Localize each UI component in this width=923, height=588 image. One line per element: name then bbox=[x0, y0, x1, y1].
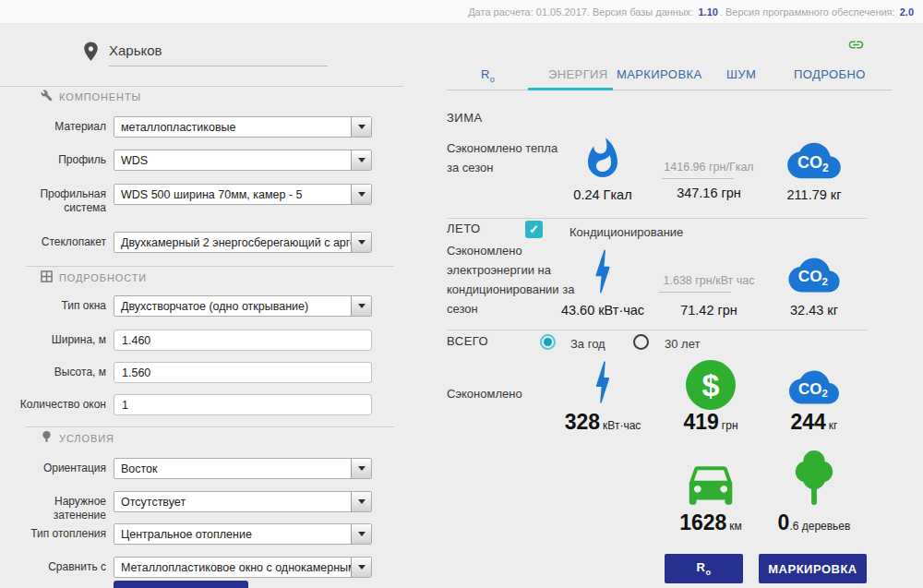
summer-co2-value: 32.43 кг bbox=[749, 303, 879, 318]
tab-marking[interactable]: МАРКИРОВКА bbox=[617, 67, 702, 81]
trees-number: 0 bbox=[778, 510, 790, 534]
dropdown-arrow-button[interactable] bbox=[351, 492, 371, 511]
air-conditioning-checkbox[interactable]: ✓ bbox=[525, 221, 543, 238]
tab-noise[interactable]: ШУМ bbox=[726, 67, 756, 81]
tab-r0-label: R bbox=[481, 67, 490, 81]
total-energy-unit: кВт·час bbox=[603, 419, 641, 432]
profile-label: Профиль bbox=[11, 150, 114, 167]
window-count-input[interactable] bbox=[114, 394, 372, 415]
summer-price-unit: грн/кВт час bbox=[695, 274, 754, 287]
window-type-dropdown[interactable]: Двухстворчатое (одно открывание) bbox=[114, 295, 372, 317]
chain-link-icon[interactable] bbox=[847, 36, 865, 57]
dropdown-arrow-button[interactable] bbox=[351, 150, 371, 170]
tab-detailed[interactable]: ПОДРОБНО bbox=[794, 67, 866, 81]
marking-button[interactable]: МАРКИРОВКА bbox=[759, 554, 867, 583]
tab-energy[interactable]: ЭНЕРГИЯ bbox=[548, 67, 608, 81]
trees-value: 0.6 деревьев bbox=[749, 510, 879, 535]
calculate-button-partial[interactable] bbox=[114, 581, 248, 588]
glazing-dropdown[interactable]: Двухкамерный 2 энергосберегающий с аргон… bbox=[114, 232, 372, 253]
profile-dropdown[interactable]: WDS bbox=[114, 150, 372, 171]
shading-label: Наружное затенение bbox=[11, 491, 114, 522]
r0-button[interactable]: Ro bbox=[665, 554, 743, 583]
material-dropdown[interactable]: металлопластиковые bbox=[114, 116, 372, 138]
tabs-underline bbox=[447, 90, 892, 90]
lightning-icon bbox=[538, 243, 667, 300]
caret-down-icon bbox=[358, 240, 366, 245]
profile-system-label: Профильная система bbox=[11, 184, 114, 215]
location-pin-icon bbox=[79, 37, 102, 70]
field-heating: Тип отопления Центральное отопление bbox=[11, 523, 372, 545]
co2-cloud-icon: CO2 bbox=[749, 254, 879, 296]
dropdown-arrow-button[interactable] bbox=[351, 117, 371, 137]
field-orientation: Ориентация Восток bbox=[11, 458, 372, 479]
section-title: КОМПОНЕНТЫ bbox=[59, 91, 141, 102]
topbar: Дата расчета: 01.05.2017. Версия базы да… bbox=[0, 0, 923, 24]
caret-down-icon bbox=[358, 158, 366, 162]
field-shading: Наружное затенение Отсутствует bbox=[11, 491, 372, 522]
height-input[interactable] bbox=[114, 362, 372, 383]
field-window-count: Количество окон bbox=[11, 394, 372, 415]
shading-dropdown[interactable]: Отсутствует bbox=[114, 491, 372, 512]
divider bbox=[26, 266, 394, 267]
divider bbox=[0, 86, 403, 87]
dropdown-arrow-button[interactable] bbox=[351, 459, 371, 478]
field-width: Ширина, м bbox=[11, 330, 372, 351]
compare-dropdown[interactable]: Металлопластиковое окно с однокамерным с… bbox=[114, 557, 372, 578]
field-material: Материал металлопластиковые bbox=[11, 116, 372, 138]
dropdown-arrow-button[interactable] bbox=[351, 185, 371, 204]
car-distance-unit: км bbox=[729, 520, 742, 533]
caret-down-icon bbox=[358, 532, 366, 536]
r0-button-label: R bbox=[697, 560, 706, 574]
air-conditioning-label: Кондиционирование bbox=[569, 222, 683, 242]
tab-r0-subscript: o bbox=[490, 75, 495, 84]
tab-r0[interactable]: Ro bbox=[481, 67, 495, 84]
divider bbox=[447, 330, 868, 330]
dropdown-arrow-button[interactable] bbox=[351, 296, 371, 316]
field-height: Высота, м bbox=[11, 362, 372, 383]
radio-per-year[interactable] bbox=[540, 334, 556, 350]
section-components: КОМПОНЕНТЫ bbox=[41, 89, 141, 105]
co2-cloud-icon: CO2 bbox=[749, 366, 879, 408]
flame-icon bbox=[538, 132, 667, 184]
dropdown-arrow-button[interactable] bbox=[351, 233, 371, 252]
trees-unit: .6 деревьев bbox=[789, 520, 850, 533]
tree-icon bbox=[749, 440, 879, 511]
total-saved-label: Сэкономлено bbox=[447, 384, 522, 403]
co2-cloud-icon: CO2 bbox=[749, 138, 879, 183]
orientation-dropdown[interactable]: Восток bbox=[114, 458, 372, 479]
profile-system-value: WDS 500 ширина 70мм, камер - 5 bbox=[114, 185, 351, 204]
heating-value: Центральное отопление bbox=[114, 524, 351, 544]
caret-down-icon bbox=[358, 125, 366, 129]
width-label: Ширина, м bbox=[11, 330, 114, 347]
window-type-label: Тип окна bbox=[11, 295, 114, 313]
price-underline bbox=[662, 178, 734, 179]
heating-label: Тип отопления bbox=[11, 523, 114, 541]
divider bbox=[447, 218, 868, 219]
dollar-icon: $ bbox=[686, 360, 736, 410]
r0-button-subscript: o bbox=[705, 568, 711, 577]
total-money-number: 419 bbox=[683, 410, 718, 434]
caret-down-icon bbox=[358, 565, 366, 570]
caret-down-icon bbox=[358, 499, 366, 504]
caret-down-icon bbox=[358, 192, 366, 197]
field-window-type: Тип окна Двухстворчатое (одно открывание… bbox=[11, 295, 372, 317]
window-type-value: Двухстворчатое (одно открывание) bbox=[114, 296, 351, 316]
shading-value: Отсутствует bbox=[114, 492, 351, 511]
width-input[interactable] bbox=[114, 330, 372, 351]
total-title: ВСЕГО bbox=[447, 334, 488, 348]
software-version-label: . Версия программного обеспечения: bbox=[720, 6, 898, 18]
winter-title: ЗИМА bbox=[447, 111, 483, 125]
car-distance-number: 1628 bbox=[679, 510, 726, 534]
radio-30-years[interactable] bbox=[633, 334, 649, 350]
db-version: 1.10 bbox=[698, 6, 717, 18]
dropdown-arrow-button[interactable] bbox=[351, 558, 371, 577]
dollar-glyph: $ bbox=[702, 367, 720, 403]
winter-price-unit: грн/Гкал bbox=[709, 161, 754, 174]
window-grid-icon bbox=[41, 270, 53, 286]
dropdown-arrow-button[interactable] bbox=[351, 524, 371, 544]
city-input[interactable]: Харьков bbox=[109, 42, 328, 66]
profile-system-dropdown[interactable]: WDS 500 ширина 70мм, камер - 5 bbox=[114, 184, 372, 205]
calc-info-text: Дата расчета: 01.05.2017. Версия базы да… bbox=[468, 6, 916, 18]
heating-dropdown[interactable]: Центральное отопление bbox=[114, 523, 372, 545]
total-co2-number: 244 bbox=[790, 410, 825, 434]
